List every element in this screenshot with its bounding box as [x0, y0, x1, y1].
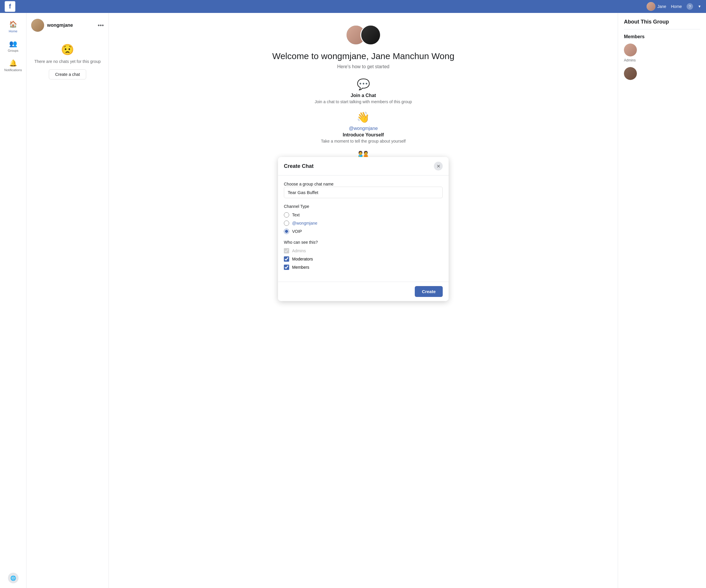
home-icon: 🏠 [9, 20, 17, 28]
sidebar-item-notifications[interactable]: 🔔 Notifications [1, 56, 25, 75]
chat-name-label: Choose a group chat name [284, 182, 334, 186]
channel-voip-label: VOIP [292, 229, 302, 234]
about-title: About This Group [624, 19, 700, 30]
create-button[interactable]: Create [415, 286, 443, 297]
group-avatars [346, 25, 381, 45]
create-a-chat-button[interactable]: Create a chat [49, 69, 86, 79]
wave-icon: 👋 [356, 111, 370, 124]
modal-close-button[interactable]: ✕ [434, 162, 443, 171]
admins-label: Admins [292, 248, 306, 253]
close-icon: ✕ [436, 163, 440, 169]
members-title: Members [624, 34, 700, 39]
step1-title: Join a Chat [351, 93, 376, 98]
modal-title: Create Chat [284, 163, 314, 169]
home-link[interactable]: Home [671, 4, 682, 9]
admins-checkbox[interactable] [284, 248, 289, 253]
channel-type-label: Channel Type [284, 204, 443, 209]
panel-sidebar: wongmjane ••• 😟 There are no chats yet f… [27, 13, 109, 588]
channel-mention-label: @wongmjane [292, 221, 317, 225]
no-chats-icon: 😟 [61, 44, 74, 56]
member-regular [624, 67, 700, 81]
channel-voip-radio[interactable] [284, 229, 289, 234]
channel-mention-radio[interactable] [284, 220, 289, 226]
create-chat-modal: Create Chat ✕ Choose a group chat name C… [278, 157, 448, 301]
user-avatar [646, 2, 656, 11]
dropdown-chevron[interactable]: ▼ [698, 4, 701, 8]
language-button[interactable]: 🌐 [8, 573, 18, 583]
member-avatar-admin[interactable] [624, 44, 637, 56]
moderators-checkbox[interactable] [284, 256, 289, 262]
channel-mention[interactable]: @wongmjane [284, 220, 443, 226]
member-admin: Admins [624, 44, 700, 62]
admin-role: Admins [624, 58, 636, 62]
user-profile[interactable]: Jane [646, 2, 666, 11]
help-button[interactable]: ? [687, 3, 693, 10]
step2-desc: Take a moment to tell the group about yo… [321, 139, 406, 143]
members-label: Members [292, 265, 309, 269]
sidebar-item-groups[interactable]: 👥 Groups [1, 37, 25, 55]
no-chats-text: There are no chats yet for this group [34, 59, 101, 65]
facebook-logo[interactable]: f [5, 1, 15, 12]
step-introduce: 👋 @wongmjane Introduce Yourself Take a m… [321, 111, 406, 143]
welcome-subtitle: Here's how to get started [337, 64, 389, 69]
main-content: Welcome to wongmjane, Jane Manchun Wong … [109, 13, 618, 588]
audience-members[interactable]: Members [284, 265, 443, 270]
step-join-chat: 💬 Join a Chat Join a chat to start talki… [315, 78, 412, 104]
notifications-icon: 🔔 [9, 59, 17, 67]
user-name: Jane [657, 4, 666, 9]
welcome-title: Welcome to wongmjane, Jane Manchun Wong [272, 51, 454, 61]
audience-admins[interactable]: Admins [284, 248, 443, 253]
moderators-label: Moderators [292, 257, 313, 261]
members-checkbox[interactable] [284, 265, 289, 270]
more-options-button[interactable]: ••• [97, 22, 104, 29]
left-sidebar: 🏠 Home 👥 Groups 🔔 Notifications 🌐 [0, 13, 27, 588]
introduce-mention[interactable]: @wongmjane [349, 126, 378, 131]
step2-title: Introduce Yourself [343, 132, 384, 138]
member-avatar-regular[interactable] [624, 67, 637, 80]
audience-group: Admins Moderators Members [284, 248, 443, 270]
channel-text-radio[interactable] [284, 212, 289, 218]
who-can-see-label: Who can see this? [284, 240, 443, 245]
group-name: wongmjane [47, 23, 73, 28]
channel-text-label: Text [292, 213, 300, 217]
groups-icon: 👥 [9, 40, 17, 48]
right-sidebar: About This Group Members Admins [618, 13, 706, 588]
group-avatar [31, 19, 44, 32]
chat-name-input[interactable] [284, 187, 443, 198]
channel-text[interactable]: Text [284, 212, 443, 218]
step1-desc: Join a chat to start talking with member… [315, 99, 412, 104]
topnav: f Jane Home ? ▼ [0, 0, 706, 13]
sidebar-item-home[interactable]: 🏠 Home [1, 17, 25, 36]
audience-moderators[interactable]: Moderators [284, 256, 443, 262]
globe-icon: 🌐 [10, 575, 16, 581]
channel-voip[interactable]: VOIP [284, 229, 443, 234]
chat-icon: 💬 [357, 78, 370, 91]
channel-type-group: Text @wongmjane VOIP [284, 212, 443, 234]
member-avatar-2 [360, 25, 381, 45]
